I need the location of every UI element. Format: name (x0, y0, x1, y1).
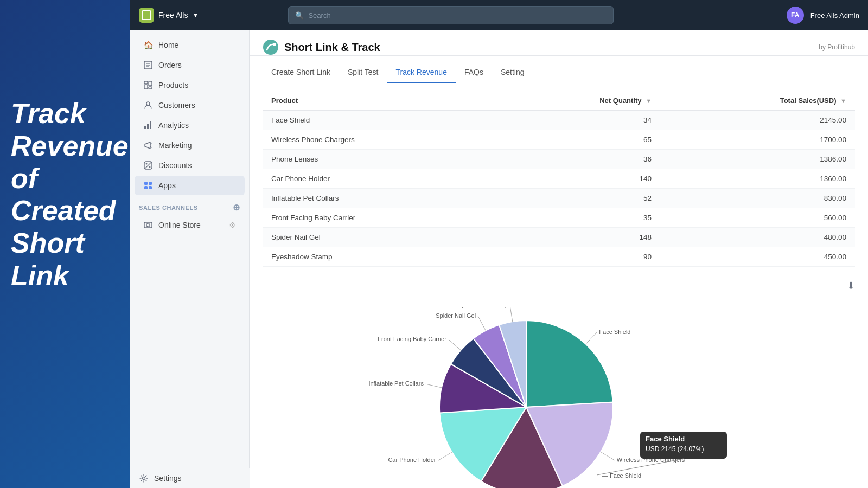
cell-net-qty: 148 (499, 228, 660, 247)
sidebar-label-apps: Apps (158, 181, 176, 190)
svg-rect-16 (149, 182, 152, 185)
table-row: Eyeshadow Stamp 90 450.00 (263, 247, 855, 267)
sidebar-item-products[interactable]: Products (135, 75, 245, 95)
svg-line-29 (449, 339, 461, 350)
column-product[interactable]: Product (263, 91, 499, 111)
pie-label-7: Eyeshadow Stamp (458, 307, 508, 308)
svg-line-24 (586, 332, 597, 344)
tab-faqs[interactable]: FAQs (456, 62, 492, 83)
apps-icon (143, 181, 153, 190)
app-logo (263, 39, 279, 55)
sidebar-label-analytics: Analytics (158, 121, 189, 130)
tab-track-revenue[interactable]: Track Revenue (387, 62, 456, 83)
sort-net-qty-icon: ▼ (646, 98, 652, 104)
search-box[interactable]: 🔍 Search (288, 6, 614, 24)
sidebar-item-settings[interactable]: Settings (130, 468, 250, 488)
sidebar-item-orders[interactable]: Orders (135, 55, 245, 75)
pie-label-4: Inflatable Pet Collars (368, 380, 424, 387)
cell-product: Phone Lenses (263, 150, 499, 169)
cell-product: Car Phone Holder (263, 169, 499, 189)
cell-product: Front Facing Baby Carrier (263, 208, 499, 228)
table-row: Wireless Phone Chargers 65 1700.00 (263, 130, 855, 150)
cell-total-sales: 480.00 (660, 228, 855, 247)
header: Free Alls ▼ 🔍 Search FA Free Alls Admin (130, 0, 868, 30)
tab-split-test[interactable]: Split Test (339, 62, 387, 83)
app-header: Short Link & Track by Profitihub (250, 30, 868, 56)
svg-point-20 (146, 223, 150, 227)
column-total-sales[interactable]: Total Sales(USD) ▼ (660, 91, 855, 111)
svg-point-12 (146, 163, 148, 165)
sidebar-label-customers: Customers (158, 101, 195, 110)
cell-total-sales: 830.00 (660, 189, 855, 208)
cell-net-qty: 52 (499, 189, 660, 208)
svg-line-30 (478, 316, 486, 331)
svg-line-27 (438, 452, 452, 461)
sidebar-label-settings: Settings (154, 474, 182, 483)
cell-total-sales: 2145.00 (660, 111, 855, 130)
pie-tooltip: Face ShieldUSD 2145 (24.07%) (640, 432, 727, 459)
online-store-settings-icon[interactable]: ⚙ (229, 221, 236, 229)
sales-channels-label: SALES CHANNELS (139, 204, 198, 211)
sidebar-item-home[interactable]: 🏠 Home (135, 35, 245, 55)
table-row: Car Phone Holder 140 1360.00 (263, 169, 855, 189)
sidebar-label-online-store: Online Store (158, 221, 201, 229)
pie-chart: Face ShieldWireless Phone ChargersPhone … (336, 307, 781, 488)
cell-net-qty: 36 (499, 150, 660, 169)
svg-text:Face Shield: Face Shield (646, 435, 685, 443)
add-sales-channel-button[interactable]: ⊕ (233, 202, 240, 213)
svg-line-31 (510, 307, 513, 322)
products-icon (143, 80, 153, 90)
sidebar-item-marketing[interactable]: Marketing (135, 136, 245, 155)
column-net-quantity[interactable]: Net Quantity ▼ (499, 91, 660, 111)
store-selector[interactable]: Free Alls ▼ (139, 8, 199, 23)
sidebar-label-products: Products (158, 81, 188, 89)
svg-rect-6 (149, 87, 152, 89)
svg-rect-11 (150, 121, 151, 129)
svg-text:USD 2145 (24.07%): USD 2145 (24.07%) (646, 445, 704, 453)
svg-rect-7 (144, 81, 148, 84)
sidebar-label-discounts: Discounts (158, 161, 192, 170)
cell-product: Face Shield (263, 111, 499, 130)
online-store-icon (143, 220, 153, 230)
svg-point-21 (143, 477, 145, 480)
marketing-icon (143, 140, 153, 150)
sidebar-label-marketing: Marketing (158, 141, 192, 150)
pie-label-3: Car Phone Holder (388, 457, 436, 463)
chart-area: Face ShieldWireless Phone ChargersPhone … (250, 296, 868, 488)
sidebar-item-customers[interactable]: Customers (135, 95, 245, 115)
store-name: Free Alls (158, 11, 188, 20)
revenue-table: Product Net Quantity ▼ Total Sales(USD) … (263, 91, 855, 267)
download-icon[interactable]: ⬇ (847, 280, 855, 291)
settings-icon (139, 473, 149, 483)
sidebar-item-analytics[interactable]: Analytics (135, 115, 245, 135)
svg-line-28 (426, 384, 442, 388)
svg-rect-5 (149, 81, 152, 86)
sidebar-item-discounts[interactable]: Discounts (135, 156, 245, 175)
svg-point-13 (149, 166, 151, 168)
svg-point-22 (263, 40, 278, 55)
svg-point-23 (273, 43, 276, 46)
pie-chart-wrapper: Face ShieldWireless Phone ChargersPhone … (336, 307, 781, 488)
tab-create-short-link[interactable]: Create Short Link (263, 62, 339, 83)
cell-total-sales: 1386.00 (660, 150, 855, 169)
svg-text:— Face Shield: — Face Shield (602, 472, 641, 479)
table-row: Spider Nail Gel 148 480.00 (263, 228, 855, 247)
tab-setting[interactable]: Setting (492, 62, 533, 83)
sidebar: 🏠 Home Orders Products Customers (130, 30, 250, 488)
app-title-row: Short Link & Track (263, 39, 380, 55)
sidebar-item-online-store[interactable]: Online Store ⚙ (135, 215, 245, 235)
table-container: Product Net Quantity ▼ Total Sales(USD) … (250, 82, 868, 275)
by-profitihub: by Profitihub (819, 43, 855, 51)
store-dropdown-icon[interactable]: ▼ (192, 11, 199, 19)
cell-total-sales: 1360.00 (660, 169, 855, 189)
cell-net-qty: 65 (499, 130, 660, 150)
svg-rect-10 (147, 124, 149, 129)
cell-product: Spider Nail Gel (263, 228, 499, 247)
table-row: Inflatable Pet Collars 52 830.00 (263, 189, 855, 208)
sidebar-item-apps[interactable]: Apps (135, 176, 245, 195)
cell-product: Eyeshadow Stamp (263, 247, 499, 267)
app-container: Free Alls ▼ 🔍 Search FA Free Alls Admin … (130, 0, 868, 488)
avatar[interactable]: FA (787, 7, 804, 24)
table-row: Phone Lenses 36 1386.00 (263, 150, 855, 169)
download-row: ⬇ (250, 275, 868, 296)
